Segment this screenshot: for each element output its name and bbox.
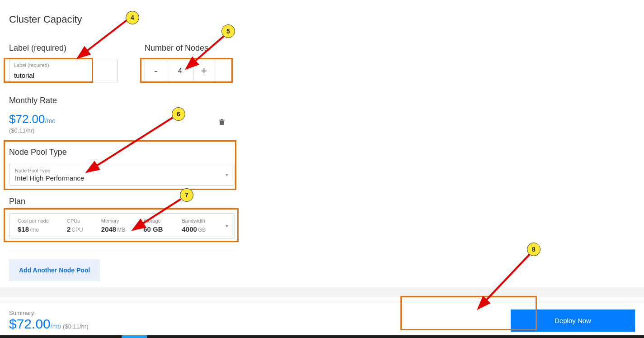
chevron-down-icon: ▼ — [225, 172, 229, 177]
plan-col-storage: Storage 60 GB — [143, 218, 164, 233]
bottom-bar — [0, 335, 644, 338]
annotation-badge-4: 4 — [126, 11, 139, 24]
plan-col-cpus: CPUs 2CPU — [67, 218, 83, 233]
monthly-price: $72.00 — [9, 112, 45, 126]
svg-rect-0 — [220, 121, 224, 125]
plan-heading: Plan — [9, 197, 235, 206]
pool-value: Intel High Performance — [15, 174, 84, 182]
nodes-heading: Number of Nodes — [145, 43, 237, 53]
pool-heading: Node Pool Type — [9, 148, 235, 157]
pool-float: Node Pool Type — [15, 168, 221, 173]
gray-strip — [0, 287, 644, 297]
summary-price: $72.00 — [9, 316, 51, 331]
summary-per: /mo — [51, 323, 61, 330]
annotation-badge-7: 7 — [180, 188, 193, 202]
plan-col-memory: Memory 2048MB — [101, 218, 125, 233]
nodes-stepper: - 4 + — [145, 60, 215, 82]
label-heading: Label (required) — [9, 43, 118, 53]
annotation-badge-5: 5 — [221, 24, 235, 38]
annotation-badge-8: 8 — [527, 243, 541, 256]
nodes-decrement-button[interactable]: - — [145, 60, 167, 82]
page-title: Cluster Capacity — [9, 14, 635, 25]
plan-col-cost: Cost per node $18/mo — [18, 218, 49, 233]
nodes-value[interactable]: 4 — [167, 60, 193, 82]
annotation-badge-6: 6 — [172, 107, 185, 121]
trash-icon[interactable] — [218, 118, 226, 128]
monthly-hr: ($0.11/hr) — [9, 127, 56, 134]
deploy-now-button[interactable]: Deploy Now — [511, 309, 635, 332]
footer: Summary: $72.00/mo($0.11/hr) Deploy Now — [0, 303, 644, 338]
pool-type-select[interactable]: Node Pool Type Intel High Performance ▼ — [9, 164, 235, 186]
label-field-container[interactable]: Label (required) — [9, 60, 118, 82]
chevron-down-icon: ▼ — [225, 224, 229, 229]
summary-label: Summary: — [9, 309, 88, 316]
label-float: Label (required) — [14, 62, 49, 68]
monthly-heading: Monthly Rate — [9, 96, 635, 105]
nodes-increment-button[interactable]: + — [193, 60, 215, 82]
monthly-per: /mo — [45, 117, 56, 124]
svg-rect-2 — [221, 119, 223, 120]
divider — [9, 250, 235, 250]
label-input[interactable] — [14, 71, 117, 79]
plan-select[interactable]: Cost per node $18/mo CPUs 2CPU Memory 20… — [9, 213, 235, 238]
monthly-rate: $72.00/mo ($0.11/hr) — [9, 112, 56, 134]
summary-hr: ($0.11/hr) — [63, 323, 88, 330]
add-node-pool-button[interactable]: Add Another Node Pool — [9, 259, 100, 281]
plan-col-bandwidth: Bandwidth 4000GB — [182, 218, 206, 233]
